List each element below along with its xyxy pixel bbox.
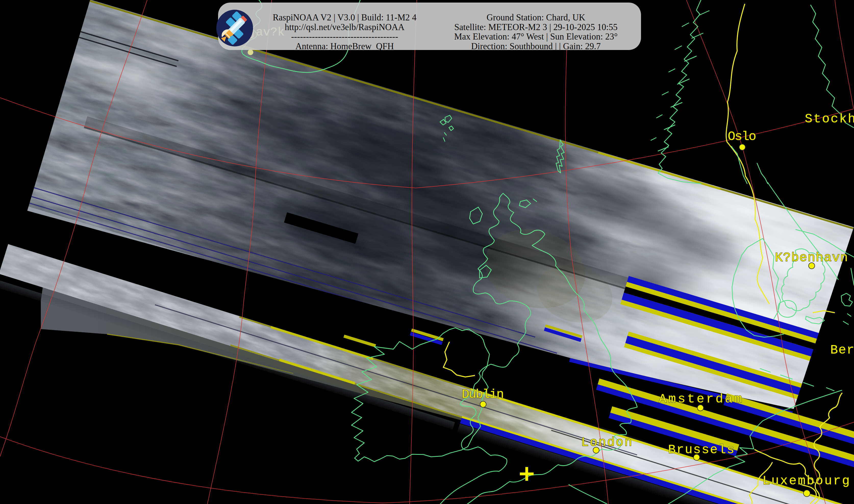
svg-text:Berlin: Berlin xyxy=(830,343,854,357)
svg-text:Oslo: Oslo xyxy=(728,129,756,144)
svg-text:Stockholm: Stockholm xyxy=(805,112,854,126)
svg-text:Dublin: Dublin xyxy=(462,387,504,402)
svg-text:Amsterdam: Amsterdam xyxy=(659,392,742,406)
